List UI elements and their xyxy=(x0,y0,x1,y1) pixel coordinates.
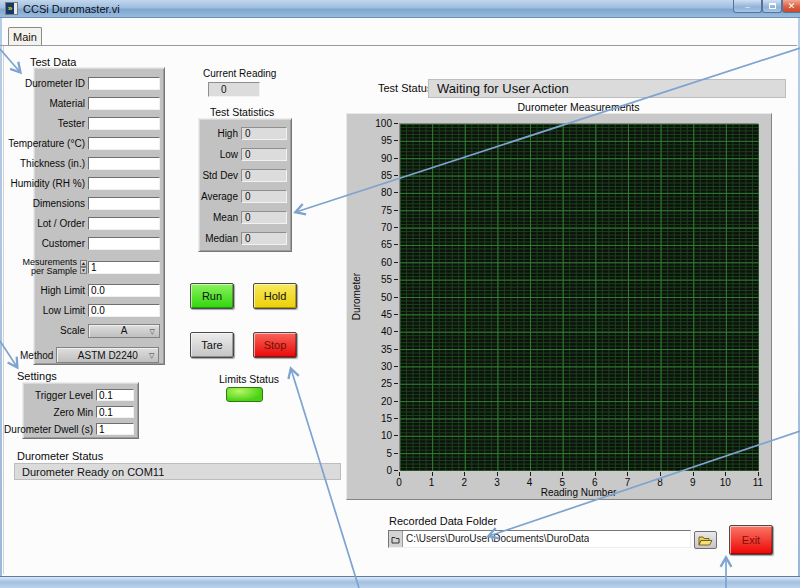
stat-mean-value: 0 xyxy=(241,211,287,224)
dimensions-row: Dimensions xyxy=(34,197,164,210)
test-data-panel: Durometer ID Material Tester Temperature… xyxy=(33,67,165,365)
temperature-field[interactable] xyxy=(88,137,160,150)
y-tick-label: 90 xyxy=(356,153,392,164)
spinner-down-icon[interactable]: ▼ xyxy=(80,267,87,274)
stat-low-value: 0 xyxy=(241,148,287,161)
y-tick-label: 40 xyxy=(356,326,392,337)
zero-min-field[interactable] xyxy=(96,406,134,418)
current-reading-display: 0 xyxy=(208,82,260,97)
durometer-dwell-field[interactable] xyxy=(96,423,134,435)
high-limit-field[interactable] xyxy=(88,284,160,297)
quantity-stepper[interactable]: ▲ ▼ xyxy=(80,260,87,274)
stat-stddev-label: Std Dev xyxy=(202,170,238,181)
stat-average-label: Average xyxy=(201,191,238,202)
stat-median-label: Median xyxy=(205,233,238,244)
settings-panel: Trigger Level Zero Min Durometer Dwell (… xyxy=(22,382,139,439)
stat-mean-row: Mean 0 xyxy=(199,211,291,224)
humidity-label: Humidity (RH %) xyxy=(11,178,85,189)
x-tick-label: 7 xyxy=(617,477,637,488)
test-status-label: Test Status xyxy=(378,82,432,94)
method-row: Method ASTM D2240 ▽ xyxy=(20,347,159,363)
high-limit-row: High Limit xyxy=(34,284,164,297)
material-field[interactable] xyxy=(88,97,160,110)
scale-dropdown[interactable]: A ▽ xyxy=(88,324,160,338)
chart-grid xyxy=(400,124,759,471)
recorded-data-folder-field[interactable]: C:\Users\DuroUser\Documents\DuroData xyxy=(388,530,691,548)
limits-status-label: Limits Status xyxy=(219,373,279,385)
tester-field[interactable] xyxy=(88,117,160,130)
durometer-status-display: Durometer Ready on COM11 xyxy=(14,463,341,480)
measurements-per-sample-field[interactable] xyxy=(88,261,160,274)
stat-median-value: 0 xyxy=(241,232,287,245)
temperature-label: Temperature (°C) xyxy=(8,138,85,149)
current-reading-label: Current Reading xyxy=(203,68,276,79)
y-tick-label: 100 xyxy=(356,118,392,129)
minimize-button[interactable]: – xyxy=(733,0,762,13)
trigger-level-field[interactable] xyxy=(96,389,134,401)
low-limit-field[interactable] xyxy=(88,304,160,317)
maximize-icon xyxy=(769,3,776,9)
window-frame-left xyxy=(0,18,2,576)
y-tick-label: 15 xyxy=(356,413,392,424)
tab-divider xyxy=(0,45,797,46)
lot-order-label: Lot / Order xyxy=(37,218,85,229)
zero-min-row: Zero Min xyxy=(23,406,138,418)
maximize-button[interactable] xyxy=(762,0,782,13)
customer-row: Customer xyxy=(34,237,164,250)
stat-high-row: High 0 xyxy=(199,127,291,140)
app-window: » CCSi Duromaster.vi – ✕ Main Test Data … xyxy=(0,0,800,588)
durometer-status-label: Durometer Status xyxy=(17,450,103,462)
method-value: ASTM D2240 xyxy=(78,350,138,361)
spinner-up-icon[interactable]: ▲ xyxy=(80,260,87,267)
y-tick-label: 70 xyxy=(356,222,392,233)
y-tick-label: 25 xyxy=(356,378,392,389)
humidity-row: Humidity (RH %) xyxy=(34,177,164,190)
thickness-row: Thickness (in.) xyxy=(34,157,164,170)
run-button[interactable]: Run xyxy=(190,283,234,309)
customer-field[interactable] xyxy=(88,237,160,250)
tab-main[interactable]: Main xyxy=(8,27,42,46)
stat-high-label: High xyxy=(217,128,238,139)
measurements-per-sample-row: Mesurements per Sample ▲ ▼ xyxy=(34,257,164,277)
humidity-field[interactable] xyxy=(88,177,160,190)
y-tick-label: 85 xyxy=(356,170,392,181)
y-tick-label: 0 xyxy=(356,465,392,476)
close-button[interactable]: ✕ xyxy=(782,0,800,13)
y-tick-label: 55 xyxy=(356,274,392,285)
stat-average-row: Average 0 xyxy=(199,190,291,203)
stat-high-value: 0 xyxy=(241,127,287,140)
durometer-id-field[interactable] xyxy=(88,77,160,90)
x-tick-label: 5 xyxy=(552,477,572,488)
open-folder-icon xyxy=(698,535,713,546)
thickness-field[interactable] xyxy=(88,157,160,170)
chart-plot-area xyxy=(399,123,758,470)
dimensions-field[interactable] xyxy=(88,197,160,210)
exit-button[interactable]: Exit xyxy=(729,525,773,555)
x-tick-label: 3 xyxy=(487,477,507,488)
durometer-dwell-row: Durometer Dwell (s) xyxy=(23,423,138,435)
test-status-display: Waiting for User Action xyxy=(428,79,786,98)
stat-low-label: Low xyxy=(220,149,238,160)
material-label: Material xyxy=(49,98,85,109)
y-tick-label: 30 xyxy=(356,361,392,372)
x-tick-label: 0 xyxy=(389,477,409,488)
stat-mean-label: Mean xyxy=(213,212,238,223)
limits-status-led xyxy=(226,387,263,402)
browse-folder-button[interactable] xyxy=(694,531,717,549)
hold-button[interactable]: Hold xyxy=(253,283,297,309)
chart-title: Durometer Measurements xyxy=(399,101,758,113)
dimensions-label: Dimensions xyxy=(33,198,85,209)
x-tick-label: 8 xyxy=(650,477,670,488)
lot-order-field[interactable] xyxy=(88,217,160,230)
stop-button[interactable]: Stop xyxy=(253,332,297,358)
x-tick-label: 2 xyxy=(454,477,474,488)
method-dropdown[interactable]: ASTM D2240 ▽ xyxy=(56,347,159,363)
material-row: Material xyxy=(34,97,164,110)
durometer-id-label: Durometer ID xyxy=(25,78,85,89)
test-statistics-panel: High 0 Low 0 Std Dev 0 Average 0 Mean 0 … xyxy=(198,118,292,252)
recorded-data-folder-path: C:\Users\DuroUser\Documents\DuroData xyxy=(403,531,589,547)
close-icon: ✕ xyxy=(788,1,796,11)
tare-button[interactable]: Tare xyxy=(190,332,234,358)
measurements-per-sample-label: Mesurements per Sample xyxy=(23,258,78,276)
chevron-down-icon: ▽ xyxy=(149,352,154,360)
